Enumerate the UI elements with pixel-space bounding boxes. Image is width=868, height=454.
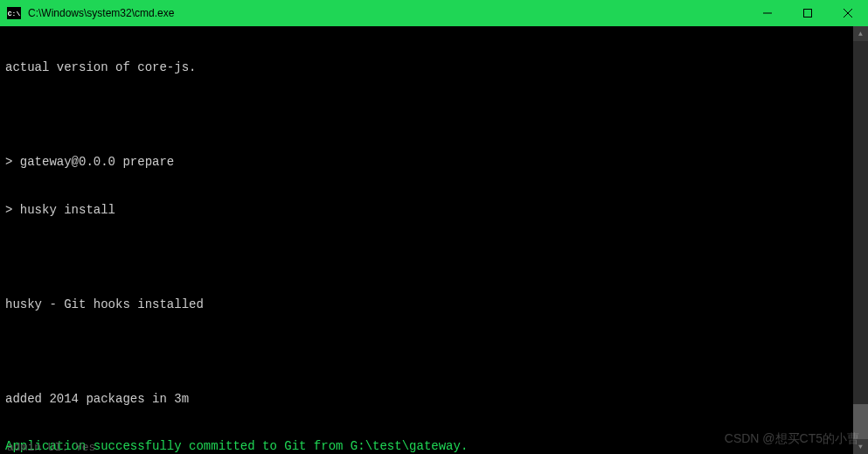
output-line [5,108,863,122]
cutoff-text: admin UI: Yes [7,441,95,454]
maximize-button[interactable] [788,0,828,26]
window-titlebar: C:\ C:\Windows\system32\cmd.exe [0,0,868,26]
terminal-output[interactable]: actual version of core-js. > gateway@0.0… [0,26,868,454]
window-controls [747,0,868,26]
output-line: husky - Git hooks installed [5,297,863,312]
cmd-icon: C:\ [7,7,21,19]
output-line: > gateway@0.0.0 prepare [5,154,863,170]
output-line: added 2014 packages in 3m [5,391,863,407]
output-line: > husky install [5,202,863,218]
window-title: C:\Windows\system32\cmd.exe [28,7,174,19]
scrollbar[interactable]: ▲ ▼ [853,26,868,454]
output-line [5,344,863,359]
svg-rect-1 [804,10,812,17]
output-line: actual version of core-js. [5,59,863,75]
scroll-up-arrow[interactable]: ▲ [853,26,868,41]
minimize-button[interactable] [747,0,788,26]
output-line [5,249,863,264]
watermark: CSDN @想买CT5的小曹 [725,431,859,447]
close-button[interactable] [828,0,868,26]
